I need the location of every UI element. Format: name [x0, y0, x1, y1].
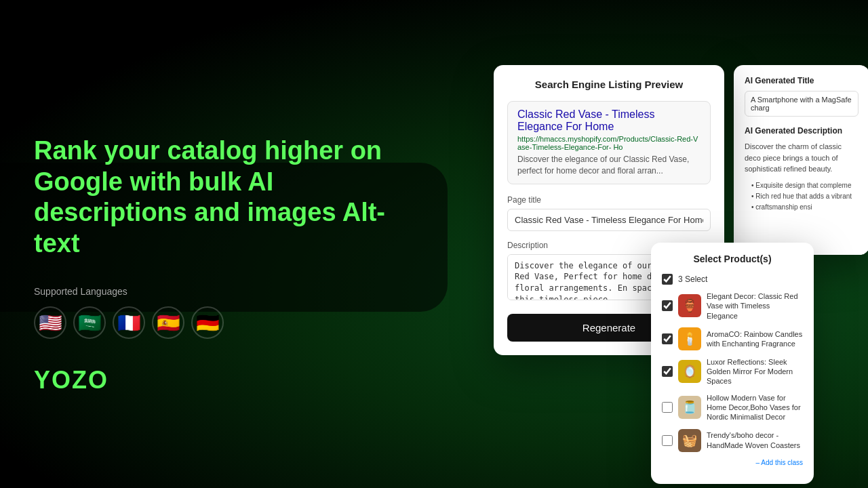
- languages-label: Supported Languages: [34, 286, 427, 297]
- product-row: 🕯️AromaCO: Rainbow Candles with Enchanti…: [662, 327, 803, 350]
- page-title-input[interactable]: [507, 209, 711, 231]
- product-row: 🪞Luxor Reflections: Sleek Golden Mirror …: [662, 357, 803, 386]
- flag-de: 🇩🇪: [191, 306, 224, 339]
- select-all-row: 3 Select: [662, 274, 803, 285]
- product-checkbox-2[interactable]: [662, 366, 673, 377]
- google-preview-desc: Discover the elegance of our Classic Red…: [517, 154, 701, 177]
- product-checkbox-1[interactable]: [662, 333, 673, 344]
- product-thumb-1: 🕯️: [678, 327, 701, 350]
- ai-bullet-2: • Rich red hue that adds a vibrant: [745, 191, 859, 202]
- flag-fr: 🇫🇷: [113, 306, 145, 339]
- ai-card: AI Generated Title A Smartphone with a M…: [734, 65, 868, 255]
- select-all-checkbox[interactable]: [662, 274, 673, 285]
- seo-card-title: Search Engine Listing Preview: [507, 79, 711, 90]
- product-checkbox-4[interactable]: [662, 435, 673, 446]
- flag-us: 🇺🇸: [34, 306, 66, 339]
- ai-desc-section: AI Generated Description: [745, 126, 859, 136]
- product-name-2: Luxor Reflections: Sleek Golden Mirror F…: [707, 357, 803, 386]
- ai-title-section: AI Generated Title: [745, 76, 859, 85]
- flag-es: 🇪🇸: [152, 306, 184, 339]
- product-name-1: AromaCO: Rainbow Candles with Enchanting…: [707, 329, 803, 349]
- left-panel: Rank your catalog higher on Google with …: [34, 136, 427, 394]
- product-thumb-4: 🧺: [678, 429, 701, 452]
- ai-title-value: A Smartphone with a MagSafe charg: [745, 91, 859, 117]
- ai-bullet-3: • craftsmanship ensi: [745, 202, 859, 213]
- products-card-title: Select Product(s): [662, 253, 803, 264]
- product-row: 🧺Trendy's/boho decor - HandMade Woven Co…: [662, 429, 803, 452]
- flags-row: 🇺🇸 🇸🇦 🇫🇷 🇪🇸 🇩🇪: [34, 306, 427, 339]
- google-preview-box: Classic Red Vase - Timeless Elegance For…: [507, 101, 711, 184]
- product-row: 🫙Hollow Modern Vase for Home Decor,Boho …: [662, 393, 803, 422]
- add-class-link[interactable]: – Add this class: [662, 459, 803, 466]
- product-thumb-3: 🫙: [678, 396, 701, 419]
- product-name-4: Trendy's/boho decor - HandMade Woven Coa…: [707, 430, 803, 450]
- product-row: 🏺Elegant Decor: Classic Red Vase with Ti…: [662, 291, 803, 321]
- select-count-label: 3 Select: [678, 274, 707, 284]
- products-card: Select Product(s) 3 Select 🏺Elegant Deco…: [651, 243, 814, 484]
- hero-text: Rank your catalog higher on Google with …: [34, 136, 427, 259]
- product-name-0: Elegant Decor: Classic Red Vase with Tim…: [707, 291, 803, 321]
- ai-desc-text: Discover the charm of classic deco piece…: [745, 141, 859, 175]
- product-name-3: Hollow Modern Vase for Home Decor,Boho V…: [707, 393, 803, 422]
- page-title-label: Page title: [507, 195, 711, 205]
- flag-sa: 🇸🇦: [73, 306, 106, 339]
- product-list: 🏺Elegant Decor: Classic Red Vase with Ti…: [662, 291, 803, 452]
- google-preview-link[interactable]: Classic Red Vase - Timeless Elegance For…: [517, 108, 701, 133]
- logo: YOZO: [34, 366, 427, 394]
- product-thumb-2: 🪞: [678, 360, 701, 383]
- google-preview-url: https://hmaccs.myshopify.com/Products/Cl…: [517, 135, 701, 151]
- product-checkbox-3[interactable]: [662, 402, 673, 413]
- product-thumb-0: 🏺: [678, 294, 701, 317]
- product-checkbox-0[interactable]: [662, 300, 673, 311]
- ai-bullet-1: • Exquisite design that compleme: [745, 180, 859, 191]
